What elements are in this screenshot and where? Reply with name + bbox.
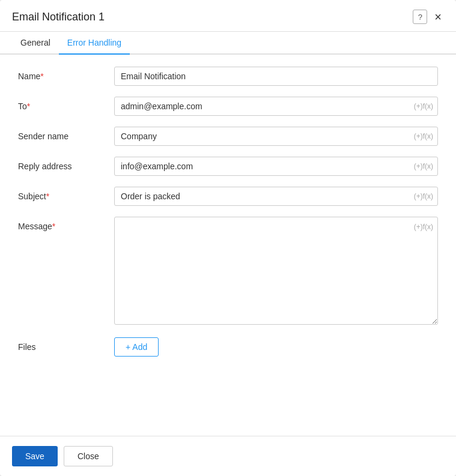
name-input[interactable] (114, 67, 438, 86)
message-func-button[interactable]: (+)f(x) (414, 223, 433, 231)
reply-address-func-button[interactable]: (+)f(x) (414, 162, 433, 170)
message-row: Message* (+)f(x) (18, 217, 438, 327)
sender-name-row: Sender name (+)f(x) (18, 127, 438, 146)
to-required: * (27, 101, 30, 111)
files-row: Files + Add (18, 337, 438, 357)
save-button[interactable]: Save (12, 446, 58, 466)
message-label: Message* (18, 217, 114, 231)
reply-address-row: Reply address (+)f(x) (18, 157, 438, 176)
message-textarea[interactable] (114, 217, 438, 325)
subject-field-wrapper: (+)f(x) (114, 187, 438, 206)
files-label: Files (18, 337, 114, 352)
files-add-button[interactable]: + Add (114, 337, 159, 357)
sender-name-input[interactable] (114, 127, 438, 146)
sender-name-field-wrapper: (+)f(x) (114, 127, 438, 146)
subject-func-button[interactable]: (+)f(x) (414, 192, 433, 200)
tab-general[interactable]: General (12, 32, 59, 55)
to-field-wrapper: (+)f(x) (114, 97, 438, 116)
subject-input[interactable] (114, 187, 438, 206)
dialog-title: Email Notification 1 (12, 11, 105, 23)
header-actions: ? × (413, 10, 444, 24)
sender-name-label: Sender name (18, 127, 114, 141)
dialog-header: Email Notification 1 ? × (0, 0, 456, 32)
tabs-bar: General Error Handling (0, 32, 456, 55)
sender-name-func-button[interactable]: (+)f(x) (414, 132, 433, 140)
files-field-wrapper: + Add (114, 337, 438, 357)
to-input[interactable] (114, 97, 438, 116)
dialog-footer: Save Close (0, 436, 456, 476)
reply-address-label: Reply address (18, 157, 114, 171)
subject-label: Subject* (18, 187, 114, 201)
message-field-wrapper: (+)f(x) (114, 217, 438, 327)
message-required: * (52, 221, 55, 231)
subject-row: Subject* (+)f(x) (18, 187, 438, 206)
to-func-button[interactable]: (+)f(x) (414, 102, 433, 110)
subject-required: * (46, 191, 49, 201)
reply-address-field-wrapper: (+)f(x) (114, 157, 438, 176)
dialog-body: Name* To* (+)f(x) Sender name (+)f(x) (0, 55, 456, 436)
tab-error-handling[interactable]: Error Handling (59, 32, 130, 55)
footer-close-button[interactable]: Close (64, 446, 113, 466)
help-button[interactable]: ? (413, 10, 427, 24)
name-row: Name* (18, 67, 438, 86)
name-label: Name* (18, 67, 114, 81)
email-notification-dialog: Email Notification 1 ? × General Error H… (0, 0, 456, 476)
name-field-wrapper (114, 67, 438, 86)
to-row: To* (+)f(x) (18, 97, 438, 116)
close-icon-button[interactable]: × (432, 10, 444, 24)
reply-address-input[interactable] (114, 157, 438, 176)
to-label: To* (18, 97, 114, 111)
name-required: * (40, 71, 43, 81)
